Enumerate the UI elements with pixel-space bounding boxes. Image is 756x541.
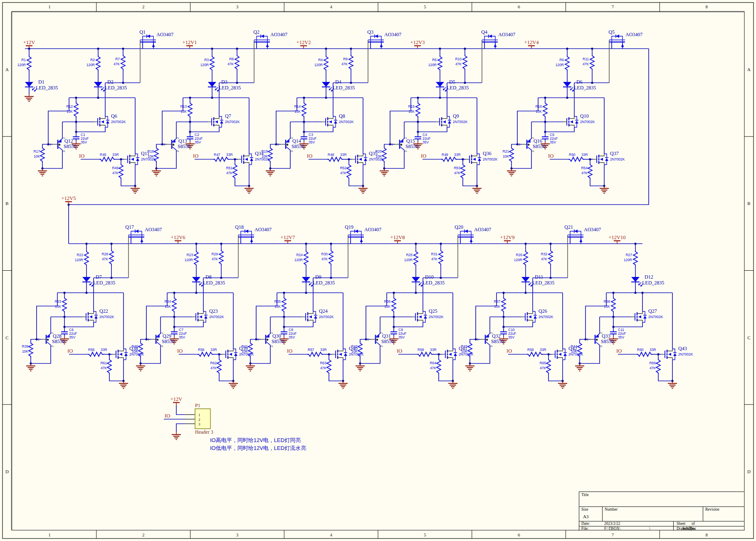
- nmos-transistor[interactable]: Q272N7002K: [631, 308, 663, 322]
- led[interactable]: D8LED_2835: [192, 274, 225, 287]
- ground-symbol[interactable]: [26, 363, 35, 371]
- pnp-transistor[interactable]: 123Q14S8550: [277, 135, 304, 153]
- pmos-transistor[interactable]: Q3AO3407: [367, 29, 401, 49]
- ground-symbol[interactable]: [246, 363, 255, 371]
- net-label-io[interactable]: IO: [79, 153, 84, 159]
- led[interactable]: D4LED_2835: [322, 79, 355, 91]
- nmos-transistor[interactable]: Q242N7002K: [302, 308, 334, 322]
- power-net-flag[interactable]: +12V2: [296, 40, 311, 49]
- power-net-flag[interactable]: +12V10: [608, 235, 625, 244]
- capacitor[interactable]: C922uF35V: [390, 328, 406, 339]
- ground-symbol[interactable]: [119, 381, 128, 388]
- net-label-io[interactable]: IO: [177, 348, 183, 354]
- pmos-transistor[interactable]: Q17AO3407: [125, 224, 162, 244]
- power-net-flag[interactable]: +12V: [170, 396, 183, 405]
- ground-symbol[interactable]: [380, 168, 389, 176]
- pmos-transistor[interactable]: Q4AO3407: [481, 29, 515, 49]
- ground-symbol[interactable]: [25, 94, 34, 101]
- nmos-transistor[interactable]: Q252N7002K: [412, 308, 444, 322]
- pmos-transistor[interactable]: Q19AO3407: [345, 224, 381, 244]
- nmos-transistor[interactable]: Q72N7002K: [208, 113, 240, 127]
- pnp-transistor[interactable]: 123Q13S8550: [163, 135, 190, 153]
- led[interactable]: D3LED_2835: [208, 79, 241, 91]
- power-net-flag[interactable]: +12V4: [524, 40, 539, 49]
- nmos-transistor[interactable]: Q362N7002K: [466, 151, 498, 165]
- ground-symbol[interactable]: [558, 381, 567, 388]
- connector-p1[interactable]: +12VIOP1123Header 3: [164, 396, 213, 440]
- ground-symbol[interactable]: [229, 381, 238, 388]
- ground-symbol[interactable]: [245, 186, 254, 193]
- pmos-transistor[interactable]: Q20AO3407: [455, 224, 491, 244]
- power-net-flag[interactable]: +12V9: [500, 235, 515, 244]
- pnp-transistor[interactable]: 123Q12S8550: [49, 135, 77, 153]
- ground-symbol[interactable]: [172, 432, 181, 440]
- capacitor[interactable]: C522uF35V: [542, 133, 558, 144]
- ground-symbol[interactable]: [358, 186, 368, 193]
- led[interactable]: D11LED_2835: [521, 274, 554, 287]
- pmos-transistor[interactable]: Q1AO3407: [139, 29, 173, 49]
- nmos-transistor[interactable]: Q222N7002K: [82, 308, 114, 322]
- ground-symbol[interactable]: [575, 363, 584, 371]
- capacitor[interactable]: C822uF35V: [281, 328, 296, 339]
- led[interactable]: D10LED_2835: [412, 274, 445, 287]
- led[interactable]: D2LED_2835: [94, 79, 127, 91]
- ground-symbol[interactable]: [136, 363, 145, 371]
- pmos-transistor[interactable]: Q18AO3407: [235, 224, 272, 244]
- led[interactable]: D7LED_2835: [82, 274, 115, 287]
- net-label-io[interactable]: IO: [193, 153, 198, 159]
- capacitor[interactable]: C422uF35V: [415, 133, 430, 144]
- led-driver-stage[interactable]: R6120RD6LED_2835R1613KQ102N7002KC522uF35…: [502, 29, 642, 193]
- nmos-transistor[interactable]: Q62N7002K: [94, 113, 126, 127]
- pnp-transistor[interactable]: 123Q16S8550: [519, 135, 546, 153]
- power-net-flag[interactable]: +12V7: [281, 235, 295, 244]
- led[interactable]: D1LED_2835: [25, 79, 58, 91]
- net-label-io[interactable]: IO: [307, 153, 312, 159]
- nmos-transistor[interactable]: Q422N7002K: [551, 346, 583, 360]
- nmos-transistor[interactable]: Q232N7002K: [192, 308, 224, 322]
- net-label-io[interactable]: IO: [506, 348, 512, 354]
- ground-symbol[interactable]: [131, 186, 140, 193]
- pnp-transistor[interactable]: 123Q33S8550: [587, 330, 614, 348]
- ground-symbol[interactable]: [465, 363, 474, 371]
- ground-symbol[interactable]: [266, 168, 275, 176]
- power-net-flag[interactable]: +12V: [23, 40, 35, 49]
- ground-symbol[interactable]: [448, 381, 457, 388]
- nmos-transistor[interactable]: Q102N7002K: [563, 113, 595, 127]
- nmos-transistor[interactable]: Q392N7002K: [222, 346, 254, 360]
- nmos-transistor[interactable]: Q382N7002K: [112, 346, 144, 360]
- led[interactable]: D6LED_2835: [563, 79, 596, 91]
- ground-symbol[interactable]: [600, 186, 609, 193]
- schematic-sheet[interactable]: 1122334455667788AABBCCDD+12V+12V5R1120RD…: [0, 0, 756, 541]
- ground-symbol[interactable]: [338, 381, 348, 388]
- net-label-io[interactable]: IO: [67, 348, 73, 354]
- capacitor[interactable]: C722uF35V: [171, 328, 187, 339]
- net-label-io[interactable]: IO: [421, 153, 426, 159]
- nmos-transistor[interactable]: Q262N7002K: [521, 308, 553, 322]
- led[interactable]: D12LED_2835: [631, 274, 664, 287]
- nmos-transistor[interactable]: Q82N7002K: [322, 113, 354, 127]
- pnp-transistor[interactable]: 123Q28S8550: [38, 330, 65, 348]
- pmos-transistor[interactable]: Q2AO3407: [253, 29, 287, 49]
- led[interactable]: D5LED_2835: [436, 79, 469, 91]
- net-label-io[interactable]: IO: [616, 348, 622, 354]
- capacitor[interactable]: C1122uF35V: [610, 328, 626, 339]
- nmos-transistor[interactable]: Q412N7002K: [442, 346, 474, 360]
- pnp-transistor[interactable]: 123Q15S8550: [391, 135, 418, 153]
- power-net-flag[interactable]: +12V1: [183, 40, 197, 49]
- capacitor[interactable]: C122uF35V: [73, 133, 89, 144]
- ground-symbol[interactable]: [668, 381, 677, 388]
- power-net-flag[interactable]: +12V5: [62, 195, 76, 205]
- capacitor[interactable]: C622uF35V: [61, 328, 77, 339]
- capacitor[interactable]: C1022uF35V: [500, 328, 516, 339]
- first-led-branch[interactable]: R1120RD1LED_2835: [17, 47, 58, 101]
- capacitor[interactable]: C322uF35V: [301, 133, 316, 144]
- pmos-transistor[interactable]: Q5AO3407: [608, 29, 642, 49]
- power-net-flag[interactable]: +12V8: [390, 235, 405, 244]
- nmos-transistor[interactable]: Q372N7002K: [593, 151, 625, 165]
- nmos-transistor[interactable]: Q402N7002K: [332, 346, 364, 360]
- ground-symbol[interactable]: [472, 186, 482, 193]
- net-label-io[interactable]: IO: [165, 413, 170, 419]
- net-label-io[interactable]: IO: [397, 348, 402, 354]
- capacitor[interactable]: C222uF35V: [187, 133, 203, 144]
- pnp-transistor[interactable]: 123Q31S8550: [367, 330, 394, 348]
